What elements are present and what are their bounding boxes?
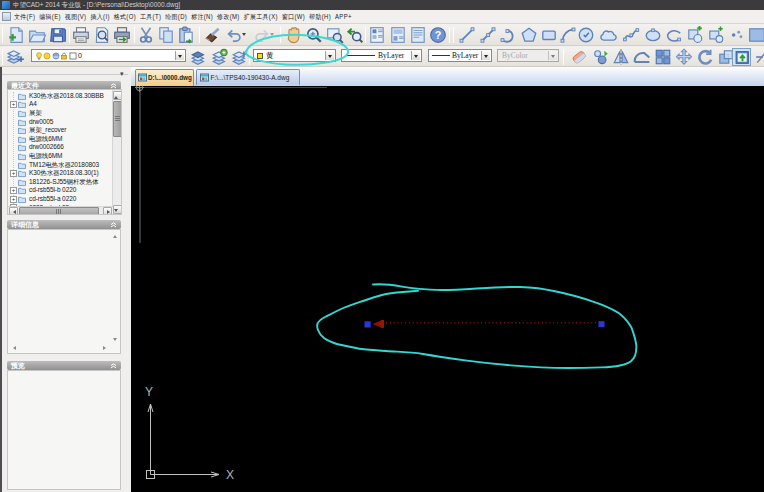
svg-text:Y: Y	[145, 385, 153, 399]
svg-text:X: X	[226, 468, 234, 482]
svg-text:?: ?	[435, 29, 442, 41]
